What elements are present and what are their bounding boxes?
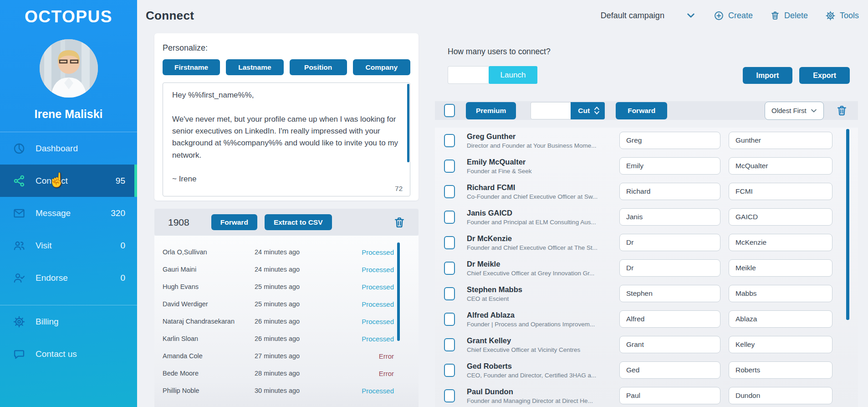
chevron-down-icon[interactable] xyxy=(685,10,696,21)
sort-selected-value: Oldest First xyxy=(771,107,807,114)
user-name: Alfred Ablaza xyxy=(467,311,615,319)
users-count-input[interactable] xyxy=(448,66,489,84)
first-name-input[interactable] xyxy=(619,259,720,277)
token-company-button[interactable]: Company xyxy=(353,59,410,75)
trash-icon[interactable] xyxy=(836,104,848,117)
stepper-up-icon[interactable] xyxy=(593,106,600,110)
processed-user-name: Karlin Sloan xyxy=(163,335,255,342)
processed-row[interactable]: Gauri Maini 24 minutes ago Processed xyxy=(154,261,419,278)
first-name-input[interactable] xyxy=(619,310,720,328)
token-position-button[interactable]: Position xyxy=(290,59,347,75)
campaign-selector[interactable]: Default campaign xyxy=(601,11,664,21)
textarea-scrollbar[interactable] xyxy=(407,84,409,162)
sidebar-item-endorse[interactable]: Endorse 0 xyxy=(0,262,137,294)
users-icon xyxy=(13,239,26,252)
processed-row[interactable]: Amanda Cole 27 minutes ago Error xyxy=(154,347,419,365)
sidebar-item-visit[interactable]: Visit 0 xyxy=(0,229,137,262)
delete-campaign-button[interactable]: Delete xyxy=(770,10,808,21)
user-checkbox[interactable] xyxy=(444,160,455,173)
select-all-checkbox[interactable] xyxy=(444,104,455,117)
last-name-input[interactable] xyxy=(729,132,832,149)
last-name-input[interactable] xyxy=(729,234,832,251)
processed-row[interactable]: Nataraj Chandrasekaran 26 minutes ago Pr… xyxy=(154,313,419,330)
last-name-input[interactable] xyxy=(729,208,832,226)
processed-row[interactable]: Phillip Noble 30 minutes ago Processed xyxy=(154,382,419,399)
cut-group: Cut xyxy=(531,102,605,119)
cut-button[interactable]: Cut xyxy=(571,102,605,119)
processed-user-name: Phillip Noble xyxy=(163,387,255,394)
sidebar-item-contact-us[interactable]: Contact us xyxy=(0,338,137,370)
user-info: Greg Gunther Director and Founder at You… xyxy=(467,132,619,149)
stepper-down-icon[interactable] xyxy=(593,111,600,115)
processed-row[interactable]: Karlin Sloan 26 minutes ago Processed xyxy=(154,330,419,347)
users-list-scrollbar[interactable] xyxy=(846,129,849,320)
sidebar-item-message[interactable]: Message 320 xyxy=(0,197,137,229)
envelope-icon xyxy=(13,207,26,220)
extract-to-csv-button[interactable]: Extract to CSV xyxy=(265,214,332,230)
trash-icon[interactable] xyxy=(393,216,406,229)
first-name-input[interactable] xyxy=(619,132,720,149)
sidebar-item-dashboard[interactable]: Dashboard xyxy=(0,132,137,165)
first-name-input[interactable] xyxy=(619,361,720,379)
user-checkbox[interactable] xyxy=(444,134,455,147)
processed-row[interactable]: Bede Moore 28 minutes ago Error xyxy=(154,365,419,382)
processed-time: 26 minutes ago xyxy=(255,335,362,342)
user-checkbox[interactable] xyxy=(444,313,455,326)
processed-time: 26 minutes ago xyxy=(255,318,362,325)
user-name: Richard FCMI xyxy=(467,183,615,192)
forward-button[interactable]: Forward xyxy=(616,102,667,119)
processed-user-name: Hugh Evans xyxy=(163,283,255,290)
character-count: 72 xyxy=(395,185,403,192)
forward-batch-button[interactable]: Forward xyxy=(211,214,257,230)
user-checkbox[interactable] xyxy=(444,262,455,275)
last-name-input[interactable] xyxy=(729,285,832,302)
message-template-input[interactable] xyxy=(163,83,410,196)
first-name-input[interactable] xyxy=(619,336,720,353)
import-button[interactable]: Import xyxy=(743,67,793,84)
processed-user-name: David Werdiger xyxy=(163,300,255,308)
launch-button[interactable]: Launch xyxy=(489,66,537,84)
user-checkbox[interactable] xyxy=(444,185,455,198)
user-checkbox[interactable] xyxy=(444,211,455,224)
sidebar-item-label: Endorse xyxy=(36,273,68,283)
first-name-input[interactable] xyxy=(619,157,720,175)
create-campaign-button[interactable]: Create xyxy=(714,10,753,21)
first-name-input[interactable] xyxy=(619,285,720,302)
first-name-input[interactable] xyxy=(619,387,720,404)
cut-label: Cut xyxy=(578,107,590,115)
export-button[interactable]: Export xyxy=(799,67,850,84)
sidebar-item-badge: 95 xyxy=(116,176,125,186)
user-checkbox[interactable] xyxy=(444,338,455,351)
user-checkbox[interactable] xyxy=(444,236,455,249)
tools-button[interactable]: Tools xyxy=(825,10,859,21)
last-name-input[interactable] xyxy=(729,361,832,379)
last-name-input[interactable] xyxy=(729,183,832,200)
processed-row[interactable]: Orla O,Sullivan 24 minutes ago Processed xyxy=(154,243,419,261)
user-title: Chief Executive Officer at Grey Innovati… xyxy=(467,270,615,277)
first-name-input[interactable] xyxy=(619,234,720,251)
last-name-input[interactable] xyxy=(729,387,832,404)
sidebar-item-billing[interactable]: Billing xyxy=(0,305,137,338)
status-badge: Processed xyxy=(362,387,394,395)
last-name-input[interactable] xyxy=(729,310,832,328)
cut-count-input[interactable] xyxy=(531,102,571,119)
first-name-input[interactable] xyxy=(619,183,720,200)
user-checkbox[interactable] xyxy=(444,389,455,402)
user-checkbox[interactable] xyxy=(444,287,455,300)
last-name-input[interactable] xyxy=(729,259,832,277)
token-lastname-button[interactable]: Lastname xyxy=(226,59,283,75)
sort-order-select[interactable]: Oldest First xyxy=(765,102,824,120)
last-name-input[interactable] xyxy=(729,157,832,175)
user-checkbox[interactable] xyxy=(444,364,455,377)
processed-row[interactable]: David Werdiger 25 minutes ago Processed xyxy=(154,295,419,313)
user-title: Founder and Managing Director at Direct … xyxy=(467,397,615,404)
token-firstname-button[interactable]: Firstname xyxy=(163,59,220,75)
user-info: Stephen Mabbs CEO at Escient xyxy=(467,285,619,302)
processed-row[interactable]: Hugh Evans 25 minutes ago Processed xyxy=(154,278,419,295)
first-name-input[interactable] xyxy=(619,208,720,226)
user-row: Emily McQualter Founder at Fine & Seek xyxy=(435,153,858,179)
sidebar-item-connect[interactable]: Connect 95 xyxy=(0,165,137,197)
premium-button[interactable]: Premium xyxy=(466,102,516,119)
processed-list-scrollbar[interactable] xyxy=(397,242,400,341)
last-name-input[interactable] xyxy=(729,336,832,353)
